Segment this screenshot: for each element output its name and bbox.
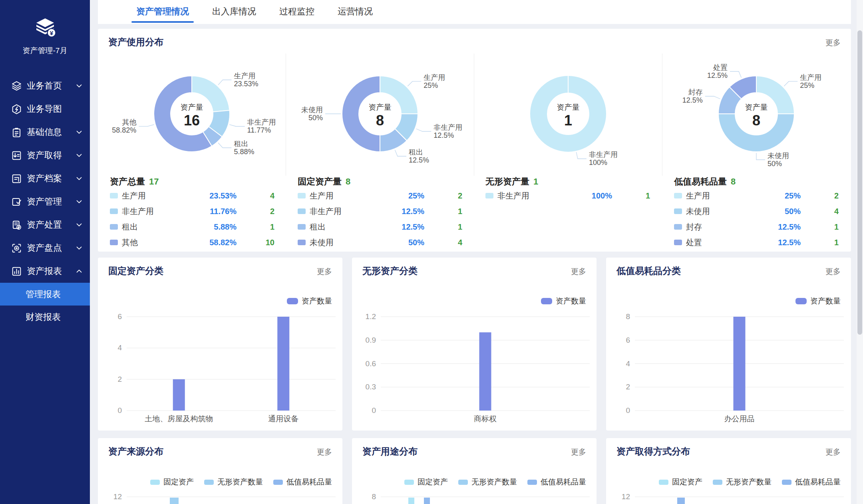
svg-text:50%: 50% [308, 114, 323, 122]
legend-swatch [298, 208, 306, 214]
legend-swatch [298, 193, 306, 198]
summary-row: 非生产用11.76%2 [110, 204, 274, 219]
summary-row-count: 4 [424, 238, 462, 247]
summary-row-label-text: 生产用 [310, 190, 334, 201]
svg-text:未使用: 未使用 [301, 106, 323, 114]
summary-1: 固定资产量8生产用25%2非生产用12.5%1租出12.5%1未使用50%4 [298, 176, 462, 250]
summary-row-count: 1 [424, 207, 462, 216]
summary-total: 8 [731, 177, 736, 187]
legend-swatch [674, 208, 682, 214]
summary-row-label-text: 未使用 [310, 237, 334, 248]
summary-total: 8 [346, 177, 350, 187]
summary-row-count: 1 [801, 222, 839, 232]
sidebar: ¥ 资产管理-7月 业务首页业务导图基础信息资产取得资产档案资产管理资产处置资产… [0, 0, 90, 504]
summary-row-label-text: 处置 [686, 237, 702, 248]
svg-text:1.2: 1.2 [366, 312, 376, 321]
sidebar-subitem-management-report[interactable]: 管理报表 [0, 283, 90, 306]
summary-row: 其他58.82%10 [110, 235, 274, 250]
panel-asset-acquisition: 资产取得方式分布更多固定资产无形资产数量低值易耗品量12 [606, 438, 851, 504]
panel-consumable-category: 低值易耗品分类更多资产数量02468办公用品 [606, 258, 851, 431]
svg-text:生产用: 生产用 [424, 73, 445, 81]
svg-text:25%: 25% [800, 81, 814, 89]
chevron-down-icon [76, 223, 82, 227]
donut-chart-usage-consumable: 生产用25%未使用50%封存12.5%处置12.5%资产量8 [662, 53, 851, 193]
tab-in-out[interactable]: 出入库情况 [212, 0, 256, 24]
summary-title: 低值易耗品量8 [674, 176, 839, 188]
flow-icon [11, 104, 22, 115]
svg-text:23.53%: 23.53% [234, 80, 258, 88]
summary-row-label: 非生产用 [485, 190, 566, 201]
svg-text:其他: 其他 [122, 118, 136, 126]
panel-asset-usage: 资产用途分布更多固定资产无形资产数量低值易耗品量8 [352, 438, 597, 504]
sidebar-subitem-finance-report[interactable]: 财资报表 [0, 306, 90, 328]
summary-row-count: 4 [237, 191, 274, 200]
tab-process-monitor[interactable]: 过程监控 [279, 0, 314, 24]
summary-row-count: 2 [237, 207, 274, 216]
svg-text:办公用品: 办公用品 [724, 415, 755, 423]
sidebar-item-asset-acquire[interactable]: 资产取得 [0, 144, 90, 167]
sidebar-item-asset-report[interactable]: 资产报表 [0, 260, 90, 283]
sidebar-item-home[interactable]: 业务首页 [0, 74, 90, 97]
sidebar-item-map[interactable]: 业务导图 [0, 97, 90, 121]
summary-0: 资产总量17生产用23.53%4非生产用11.76%2租出5.88%1其他58.… [110, 176, 274, 250]
more-link[interactable]: 更多 [825, 38, 841, 48]
svg-text:0: 0 [117, 406, 122, 415]
svg-text:2: 2 [117, 375, 122, 383]
summary-row-percent: 100% [566, 191, 612, 200]
svg-text:4: 4 [117, 343, 122, 352]
svg-text:4: 4 [626, 359, 630, 368]
tab-asset-management[interactable]: 资产管理情况 [136, 0, 189, 24]
summary-row: 处置12.5%1 [674, 235, 839, 250]
svg-text:土地、房屋及构筑物: 土地、房屋及构筑物 [145, 415, 213, 423]
svg-text:12.5%: 12.5% [682, 96, 703, 104]
scrollbar-thumb[interactable] [857, 30, 862, 335]
summary-title-text: 固定资产量 [298, 177, 342, 187]
legend-swatch [110, 240, 118, 245]
summary-row-percent: 12.5% [755, 222, 801, 232]
summary-row-count: 10 [237, 238, 274, 247]
svg-text:0.6: 0.6 [366, 359, 376, 368]
svg-text:8: 8 [372, 492, 376, 501]
svg-text:12.5%: 12.5% [707, 71, 728, 79]
summary-row-label: 生产用 [298, 190, 378, 201]
sidebar-item-asset-manage[interactable]: 资产管理 [0, 190, 90, 213]
summary-row-label-text: 租出 [310, 222, 326, 232]
summary-row-label-text: 生产用 [122, 190, 146, 201]
summary-row-label: 封存 [674, 222, 755, 232]
bar-chart-asset-acquisition: 12 [606, 438, 851, 504]
summary-row-label-text: 租出 [122, 222, 138, 232]
svg-text:商标权: 商标权 [474, 415, 497, 423]
sidebar-item-asset-dispose[interactable]: 资产处置 [0, 213, 90, 236]
sidebar-item-label: 资产管理 [27, 196, 62, 208]
summary-row-label: 非生产用 [298, 206, 378, 217]
summary-row-label-text: 非生产用 [310, 206, 342, 217]
sidebar-item-label: 业务首页 [27, 80, 62, 92]
svg-text:0.9: 0.9 [366, 336, 376, 344]
svg-text:12.5%: 12.5% [433, 131, 454, 139]
sidebar-item-asset-inventory[interactable]: 资产盘点 [0, 236, 90, 260]
bar-chart-intangible-asset-category: 00.30.60.91.2商标权 [352, 258, 597, 431]
summary-row-percent: 23.53% [191, 191, 237, 200]
svg-text:未使用: 未使用 [768, 152, 789, 160]
summary-row: 未使用50%4 [674, 204, 839, 219]
tab-operation[interactable]: 运营情况 [338, 0, 373, 24]
svg-text:生产用: 生产用 [234, 72, 255, 80]
summary-title: 资产总量17 [110, 176, 274, 188]
acquire-icon [11, 150, 22, 161]
summary-row-label: 未使用 [674, 206, 755, 217]
sidebar-item-label: 业务导图 [27, 103, 62, 115]
svg-text:8: 8 [376, 112, 384, 129]
summary-row: 生产用25%2 [298, 188, 462, 203]
sidebar-item-label: 资产报表 [27, 265, 62, 277]
sidebar-item-base-info[interactable]: 基础信息 [0, 121, 90, 144]
summary-row-count: 4 [801, 207, 839, 216]
legend-swatch [674, 224, 682, 230]
legend-swatch [298, 224, 306, 230]
summary-row: 封存12.5%1 [674, 219, 839, 234]
svg-text:资产量: 资产量 [745, 103, 768, 111]
summary-row-percent: 5.88% [191, 222, 237, 232]
sidebar-item-asset-archive[interactable]: 资产档案 [0, 167, 90, 190]
report-icon [11, 266, 22, 277]
svg-text:1: 1 [564, 112, 572, 129]
svg-text:16: 16 [184, 112, 200, 129]
